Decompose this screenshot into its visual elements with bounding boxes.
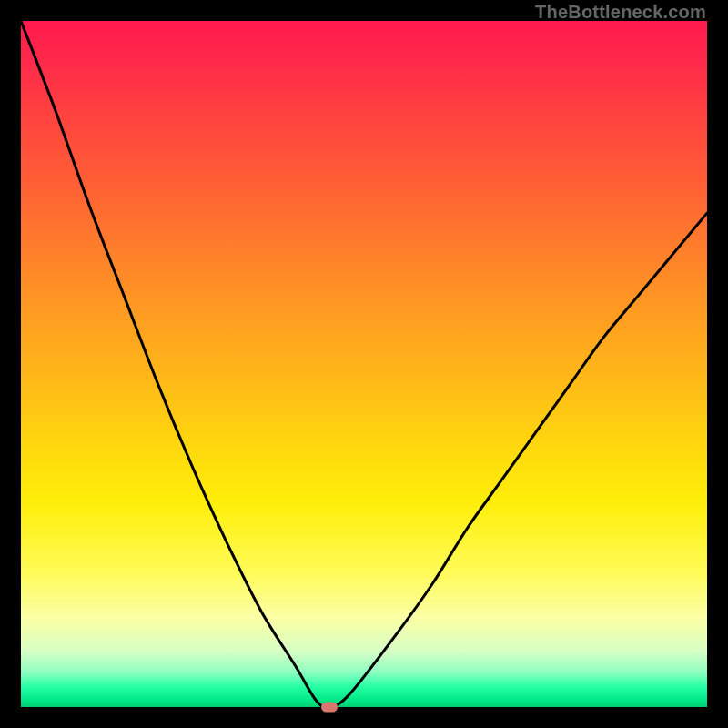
chart-frame: TheBottleneck.com: [0, 0, 728, 728]
minimum-marker: [321, 703, 338, 713]
plot-area: [21, 21, 707, 707]
bottleneck-curve: [21, 21, 707, 707]
curve-layer: [21, 21, 707, 707]
attribution-text: TheBottleneck.com: [535, 2, 706, 23]
